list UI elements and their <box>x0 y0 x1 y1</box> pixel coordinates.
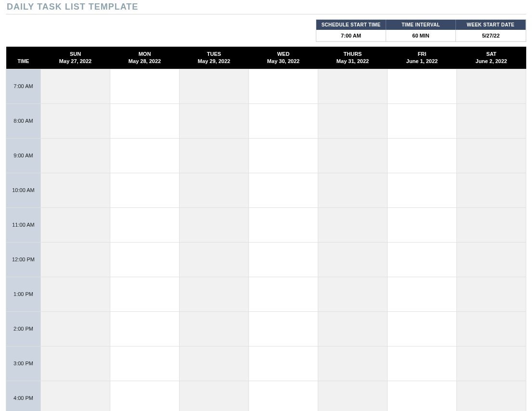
time-cell: 9:00 AM <box>6 138 41 173</box>
schedule-cell[interactable] <box>457 242 526 277</box>
schedule-row: 1:00 PM <box>6 277 526 311</box>
day-name: FRI <box>389 51 455 58</box>
schedule-row: 7:00 AM <box>6 69 526 103</box>
schedule-cell[interactable] <box>318 311 388 346</box>
schedule-cell[interactable] <box>249 381 318 411</box>
schedule-row: 4:00 PM <box>6 381 526 411</box>
settings-value-week-start[interactable]: 5/27/22 <box>456 30 526 41</box>
schedule-cell[interactable] <box>180 103 249 138</box>
schedule-cell[interactable] <box>457 207 526 242</box>
schedule-cell[interactable] <box>388 173 457 207</box>
schedule-cell[interactable] <box>180 138 249 173</box>
schedule-row: 11:00 AM <box>6 207 526 242</box>
time-cell: 2:00 PM <box>6 311 41 346</box>
schedule-cell[interactable] <box>388 69 457 103</box>
schedule-cell[interactable] <box>457 311 526 346</box>
schedule-cell[interactable] <box>318 173 388 207</box>
settings-value-start-time[interactable]: 7:00 AM <box>316 30 386 41</box>
schedule-cell[interactable] <box>110 207 180 242</box>
schedule-cell[interactable] <box>249 69 318 103</box>
schedule-cell[interactable] <box>457 381 526 411</box>
schedule-header-row: TIME SUN May 27, 2022 MON May 28, 2022 T… <box>6 47 526 69</box>
schedule-cell[interactable] <box>180 242 249 277</box>
schedule-cell[interactable] <box>110 103 180 138</box>
schedule-cell[interactable] <box>318 138 388 173</box>
schedule-cell[interactable] <box>180 311 249 346</box>
schedule-cell[interactable] <box>41 277 110 311</box>
schedule-cell[interactable] <box>457 173 526 207</box>
settings-panel: SCHEDULE START TIME TIME INTERVAL WEEK S… <box>316 19 526 42</box>
page-title: DAILY TASK LIST TEMPLATE <box>6 0 526 14</box>
schedule-cell[interactable] <box>249 277 318 311</box>
schedule-cell[interactable] <box>388 103 457 138</box>
schedule-cell[interactable] <box>180 381 249 411</box>
schedule-cell[interactable] <box>41 346 110 381</box>
schedule-cell[interactable] <box>41 173 110 207</box>
settings-header-week-start: WEEK START DATE <box>456 20 526 30</box>
schedule-cell[interactable] <box>180 346 249 381</box>
schedule-cell[interactable] <box>318 69 388 103</box>
schedule-cell[interactable] <box>110 277 180 311</box>
schedule-cell[interactable] <box>249 103 318 138</box>
schedule-cell[interactable] <box>110 69 180 103</box>
schedule-cell[interactable] <box>457 103 526 138</box>
schedule-cell[interactable] <box>180 69 249 103</box>
schedule-cell[interactable] <box>180 207 249 242</box>
schedule-row: 3:00 PM <box>6 346 526 381</box>
schedule-cell[interactable] <box>388 277 457 311</box>
schedule-cell[interactable] <box>318 381 388 411</box>
schedule-cell[interactable] <box>41 103 110 138</box>
schedule-cell[interactable] <box>318 346 388 381</box>
time-cell: 1:00 PM <box>6 277 41 311</box>
day-name: SAT <box>459 51 524 58</box>
schedule-cell[interactable] <box>41 207 110 242</box>
schedule-cell[interactable] <box>388 207 457 242</box>
schedule-cell[interactable] <box>180 277 249 311</box>
schedule-cell[interactable] <box>41 381 110 411</box>
schedule-cell[interactable] <box>41 242 110 277</box>
schedule-cell[interactable] <box>318 103 388 138</box>
schedule-cell[interactable] <box>110 346 180 381</box>
schedule-row: 12:00 PM <box>6 242 526 277</box>
schedule-cell[interactable] <box>249 207 318 242</box>
time-cell: 4:00 PM <box>6 381 41 411</box>
schedule-cell[interactable] <box>110 242 180 277</box>
schedule-cell[interactable] <box>249 242 318 277</box>
schedule-cell[interactable] <box>388 138 457 173</box>
time-cell: 11:00 AM <box>6 207 41 242</box>
schedule-cell[interactable] <box>318 207 388 242</box>
schedule-cell[interactable] <box>180 173 249 207</box>
divider <box>6 14 526 14</box>
settings-value-interval[interactable]: 60 MIN <box>386 30 456 41</box>
schedule-cell[interactable] <box>318 242 388 277</box>
day-header-tues: TUES May 29, 2022 <box>180 47 249 69</box>
schedule-cell[interactable] <box>110 173 180 207</box>
schedule-row: 2:00 PM <box>6 311 526 346</box>
settings-header-start-time: SCHEDULE START TIME <box>316 20 386 30</box>
schedule-cell[interactable] <box>388 242 457 277</box>
schedule-cell[interactable] <box>318 277 388 311</box>
schedule-cell[interactable] <box>110 138 180 173</box>
day-date: May 30, 2022 <box>251 58 316 65</box>
day-name: SUN <box>43 51 108 58</box>
schedule-body: 7:00 AM8:00 AM9:00 AM10:00 AM11:00 AM12:… <box>6 69 526 411</box>
schedule-cell[interactable] <box>457 346 526 381</box>
schedule-cell[interactable] <box>110 381 180 411</box>
schedule-cell[interactable] <box>41 69 110 103</box>
schedule-cell[interactable] <box>457 277 526 311</box>
schedule-cell[interactable] <box>388 381 457 411</box>
day-date: May 27, 2022 <box>43 58 108 65</box>
schedule-cell[interactable] <box>41 311 110 346</box>
schedule-cell[interactable] <box>388 346 457 381</box>
schedule-cell[interactable] <box>249 138 318 173</box>
schedule-cell[interactable] <box>249 173 318 207</box>
schedule-cell[interactable] <box>249 311 318 346</box>
schedule-cell[interactable] <box>110 311 180 346</box>
schedule-cell[interactable] <box>457 138 526 173</box>
schedule-cell[interactable] <box>388 311 457 346</box>
schedule-cell[interactable] <box>249 346 318 381</box>
schedule-cell[interactable] <box>457 69 526 103</box>
schedule-cell[interactable] <box>41 138 110 173</box>
time-cell: 8:00 AM <box>6 103 41 138</box>
time-cell: 12:00 PM <box>6 242 41 277</box>
